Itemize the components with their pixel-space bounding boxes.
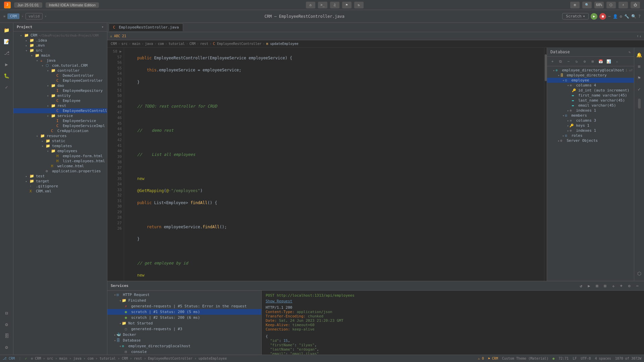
tree-item-resources[interactable]: ▾ 📁 resources [13, 133, 107, 138]
activity-todo-icon[interactable]: ✓ [2, 82, 11, 92]
activity-project-icon[interactable]: 📁 [2, 25, 11, 35]
svc-split-icon[interactable]: ⊠ [594, 284, 600, 288]
battery-icon[interactable]: ⚡ [619, 2, 628, 8]
tree-item-package[interactable]: ▾ ⬡ com.tutorial.CRM [13, 63, 107, 68]
db-item-connection-expand[interactable]: ▸ ⊕ employee_directory@localhost 1 of 7 [547, 68, 634, 73]
tree-item-entity[interactable]: ▾ 📁 entity [13, 93, 107, 98]
db-item-server-objects[interactable]: ▸ ⚙ Server Objects [547, 138, 634, 143]
search-header-icon[interactable]: 🔍 [631, 14, 636, 19]
right-act-todo[interactable]: ✓ [635, 84, 644, 94]
activity-debug-icon[interactable]: 🐛 [2, 71, 11, 80]
bc-crmpath[interactable]: CRM [190, 42, 196, 46]
tree-item-target[interactable]: ▸ 📁 target [13, 179, 107, 184]
editor-scrollbar[interactable] [544, 48, 547, 281]
db-item-firstname-col[interactable]: ▬ first_name varchar(45) [547, 93, 634, 98]
tree-item-service-folder[interactable]: ▾ 📁 service [13, 113, 107, 118]
audio-icon[interactable]: ♫ [330, 2, 339, 8]
svc-minimize-icon[interactable]: − [634, 284, 641, 288]
scratch-tab[interactable]: Scratch ▾ [562, 13, 589, 19]
bookmark-icon[interactable]: ⚑ [342, 2, 352, 8]
more-options-button[interactable]: ⋯ [608, 14, 610, 19]
wifi-icon[interactable]: ⬡ [606, 2, 616, 8]
db-item-schema[interactable]: ▾ 🗄 employee_directory [547, 73, 634, 78]
db-item-roles[interactable]: ▸ ⊡ roles [547, 133, 634, 138]
right-act-notifications[interactable]: 🔔 [635, 50, 644, 60]
tree-item-test[interactable]: ▸ 📁 test [13, 174, 107, 179]
bc-tutorial[interactable]: tutorial [169, 42, 185, 46]
svc-group-icon[interactable]: ⊞ [602, 284, 608, 288]
help-icon[interactable]: ? [638, 14, 641, 19]
activity-commit-icon[interactable]: 📝 [2, 37, 11, 46]
tree-item-gitignore[interactable]: ▸ · .gitignore [13, 184, 107, 189]
activity-services-icon[interactable]: ⚙ [2, 320, 11, 329]
db-item-members-columns[interactable]: ▸ ≡ columns 3 [547, 118, 634, 123]
db-properties-icon[interactable]: ⚙ [581, 58, 588, 65]
tree-item-democontroller[interactable]: ▸ C DemoController [13, 73, 107, 78]
run-button[interactable]: ▶ [591, 13, 597, 20]
db-item-lastname-col[interactable]: ▬ last_name varchar(45) [547, 98, 634, 103]
tree-item-templates[interactable]: ▾ 📁 templates [13, 143, 107, 148]
svc-item-not-started[interactable]: ▾ 📁 Not Started [107, 320, 261, 326]
stop-button[interactable]: ■ [599, 13, 606, 20]
db-filter-icon[interactable]: ⬦ [613, 58, 620, 65]
terminal-icon[interactable]: >_ [318, 2, 327, 8]
db-item-columns[interactable]: ▾ ≡ columns 4 [547, 83, 634, 88]
tree-item-java[interactable]: ▾ ☕ java [13, 58, 107, 63]
activity-database-icon[interactable]: 🗄 [2, 331, 11, 341]
tree-item-main[interactable]: ▾ 📁 main [13, 53, 107, 58]
bc-com[interactable]: com [158, 42, 164, 46]
power-icon[interactable]: ⏻ [631, 2, 640, 8]
svc-run-icon[interactable]: ▶ [586, 284, 592, 288]
bc-rest[interactable]: rest [200, 42, 208, 46]
svc-item-employee-dir[interactable]: ▾ ⊕ employee_directory@localhost [107, 343, 261, 349]
database-edit-icon[interactable]: ✎ [629, 50, 631, 54]
volume-icon[interactable]: 60% [594, 2, 604, 8]
tree-item-employeecontroller[interactable]: ▸ C EmployeeController [13, 78, 107, 83]
status-branch[interactable]: ⎇ CRM [3, 357, 15, 360]
right-act-problems[interactable]: ⬡ [635, 269, 644, 278]
prev-warning-button[interactable]: ↑ [637, 34, 639, 38]
status-warnings[interactable]: ⚑ CRM [488, 357, 498, 360]
next-warning-button[interactable]: ↓ [639, 34, 641, 38]
right-act-structure[interactable]: ≡ [635, 62, 644, 71]
tree-item-controller[interactable]: ▾ 📁 controller [13, 68, 107, 73]
tree-item-employeeservice[interactable]: ▸ I EmployeeService [13, 118, 107, 123]
tree-item-welcome[interactable]: ▸ H welcome.html [13, 164, 107, 169]
svc-item-generated3[interactable]: ○ generated-requests | #3 [107, 326, 261, 332]
svc-settings-icon[interactable]: ⚙ [626, 284, 633, 288]
tree-item-employeerepo[interactable]: ▸ I EmployeeRepository [13, 88, 107, 93]
editor-tab-employeerestcontroller[interactable]: C EmployeeRestController.java [109, 23, 183, 31]
svc-item-database-svc[interactable]: ▾ 🗄 Database [107, 338, 261, 343]
db-item-indexes[interactable]: ▸ ⊕ indexes 1 [547, 108, 634, 113]
status-encoding[interactable]: UTF-8 [581, 357, 591, 360]
db-item-members-keys[interactable]: ▸ 🔑 keys 1 [547, 123, 634, 128]
tree-item-employee-form[interactable]: ▸ H employee-form.html [13, 154, 107, 159]
bc-crm[interactable]: CRM [111, 42, 117, 46]
svc-item-http-request[interactable]: ▾ ⊡ HTTP Request [107, 292, 261, 298]
right-act-bookmarks[interactable]: ⚑ [635, 73, 644, 82]
screen-icon[interactable]: ⊞ [570, 2, 580, 8]
db-calendar-icon[interactable]: 📅 [597, 58, 604, 65]
activity-settings-icon[interactable]: ⚙ [2, 343, 11, 352]
activity-terminal-icon[interactable]: ⊟ [2, 308, 11, 318]
bc-employeerestcontroller[interactable]: EmployeeRestController [217, 42, 261, 46]
datetime-button[interactable]: Jun 25 01:01 [14, 2, 42, 8]
svc-item-console[interactable]: ⊟ console [107, 349, 261, 355]
bc-src[interactable]: src [121, 42, 127, 46]
tree-item-static[interactable]: ▸ 📁 static [13, 138, 107, 143]
db-item-id-col[interactable]: 🔑 id_int (auto increment) [547, 88, 634, 93]
activity-git-icon[interactable]: ⎇ [2, 48, 11, 58]
tree-item-employee-entity[interactable]: ▸ C Employee [13, 98, 107, 103]
status-linecol[interactable]: 72:71 [558, 357, 569, 360]
search-icon[interactable]: 🔍 [582, 2, 592, 8]
tree-item-crmapplication[interactable]: ▸ C CrmApplication [13, 128, 107, 133]
svc-restart-icon[interactable]: ↺ [578, 284, 584, 288]
db-item-members[interactable]: ▾ ⊡ members [547, 113, 634, 118]
db-copy-icon[interactable]: ⧉ [557, 58, 564, 65]
settings-icon[interactable]: ⚙ [620, 14, 622, 19]
editor-scroll-thumb[interactable] [545, 54, 547, 81]
status-theme[interactable]: Custom Theme (Material) [502, 357, 548, 360]
tree-item-rest[interactable]: ▾ 📁 rest [13, 103, 107, 108]
db-refresh-icon[interactable]: ↻ [573, 58, 580, 65]
tree-item-appprops[interactable]: ▸ ⚙ application.properties [13, 169, 107, 174]
